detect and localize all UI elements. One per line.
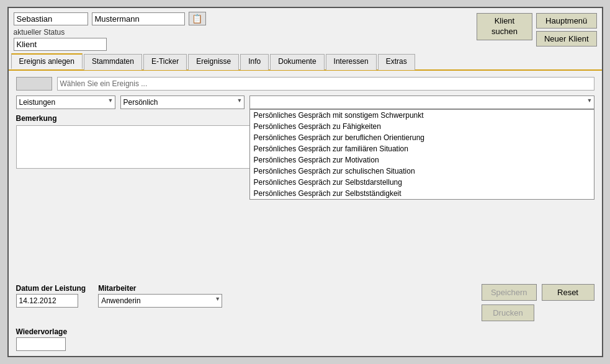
wiedervorlage-label: Wiedervorlage (16, 327, 594, 336)
dropdown-input-wrap: ▼ (249, 95, 594, 109)
persoenlich-select-wrapper: Persönlich (120, 95, 244, 109)
dropdown-item-0[interactable]: Persönliches Gespräch mit sonstigem Schw… (250, 110, 594, 121)
mitarbeiter-select[interactable]: Anwenderin (98, 294, 222, 308)
dropdown-item-6[interactable]: Persönliches Gespräch zur Selbstdarstell… (250, 177, 594, 188)
ereignis-dropdown-container: ▼ Persönliches Gespräch mit sonstigem Sc… (249, 95, 594, 109)
bottom-section: Datum der Leistung Mitarbeiter Anwenderi… (9, 279, 602, 356)
status-label: aktueller Status (14, 28, 206, 37)
bottom-buttons-col: Speichern Reset Drucken (482, 284, 594, 321)
bottom-buttons-row2: Drucken (482, 304, 594, 321)
tab-interessen[interactable]: Interessen (326, 54, 377, 70)
tab-ereignis-anlegen[interactable]: Ereignis anlegen (11, 53, 83, 69)
bottom-buttons-row1: Speichern Reset (482, 284, 594, 301)
mitarbeiter-label: Mitarbeiter (98, 284, 222, 293)
wiedervorlage-input[interactable] (16, 337, 66, 351)
dropdown-item-1[interactable]: Persönliches Gespräch zu Fähigkeiten (250, 121, 594, 132)
mitarbeiter-select-wrapper: Anwenderin (98, 294, 222, 308)
main-window: 📋 aktueller Status Klient suchen Hauptme… (7, 7, 603, 357)
neuer-klient-button[interactable]: Neuer Klient (536, 31, 597, 47)
tab-e-ticker[interactable]: E-Ticker (143, 54, 187, 70)
lastname-input[interactable] (92, 12, 185, 25)
hauptmenu-button[interactable]: Hauptmenü (536, 13, 597, 29)
dropdown-item-4[interactable]: Persönliches Gespräch zur Motivation (250, 154, 594, 166)
leistungen-select[interactable]: Leistungen (16, 95, 115, 109)
mitarbeiter-section: Mitarbeiter Anwenderin (98, 284, 222, 308)
top-bar-left: 📋 aktueller Status (14, 12, 206, 51)
datum-label: Datum der Leistung (16, 284, 86, 293)
content-area: Wählen Sie ein Ereignis ... Leistungen P… (9, 71, 602, 279)
datum-input[interactable] (16, 294, 78, 308)
leistungen-select-wrapper: Leistungen (16, 95, 115, 109)
bottom-fields: Datum der Leistung Mitarbeiter Anwenderi… (16, 284, 482, 308)
speichern-button[interactable]: Speichern (482, 284, 537, 301)
dropdown-item-2[interactable]: Persönliches Gespräch zur beruflichen Or… (250, 132, 594, 143)
bottom-fields-and-buttons: Datum der Leistung Mitarbeiter Anwenderi… (16, 284, 594, 321)
status-input[interactable] (14, 38, 107, 51)
reset-button[interactable]: Reset (542, 284, 594, 301)
dropdown-item-3[interactable]: Persönliches Gespräch zur familiären Sit… (250, 143, 594, 154)
persoenlich-select[interactable]: Persönlich (120, 95, 244, 109)
ereignis-text-field: Wählen Sie ein Ereignis ... (57, 77, 594, 91)
tab-info[interactable]: Info (240, 54, 269, 70)
dropdown-item-5[interactable]: Persönliches Gespräch zur schulischen Si… (250, 166, 594, 177)
drucken-button[interactable]: Drucken (482, 304, 534, 321)
ereignis-placeholder-box (16, 77, 52, 91)
calendar-icon-btn[interactable]: 📋 (189, 12, 206, 25)
datum-section: Datum der Leistung (16, 284, 86, 308)
wiedervorlage-section: Wiedervorlage (16, 327, 594, 351)
ereignis-dropdown-input[interactable] (249, 95, 594, 109)
firstname-input[interactable] (14, 12, 88, 25)
top-bar: 📋 aktueller Status Klient suchen Hauptme… (9, 8, 602, 53)
status-row: aktueller Status (14, 28, 206, 51)
selects-row: Leistungen Persönlich ▼ Persönliches Ges… (16, 95, 594, 109)
tab-ereignisse[interactable]: Ereignisse (188, 54, 239, 70)
ereignis-row: Wählen Sie ein Ereignis ... (16, 77, 594, 91)
tab-extras[interactable]: Extras (378, 54, 415, 70)
dropdown-item-7[interactable]: Persönliches Gespräch zur Selbstständigk… (250, 188, 594, 199)
name-row: 📋 (14, 12, 206, 25)
tab-dokumente[interactable]: Dokumente (270, 54, 324, 70)
top-bar-right: Klient suchen Hauptmenü Neuer Klient (477, 12, 597, 47)
klient-suchen-button[interactable]: Klient suchen (477, 13, 532, 40)
tabs-bar: Ereignis anlegen Stammdaten E-Ticker Ere… (9, 53, 602, 71)
tab-stammdaten[interactable]: Stammdaten (84, 54, 142, 70)
dropdown-list: Persönliches Gespräch mit sonstigem Schw… (249, 109, 594, 200)
